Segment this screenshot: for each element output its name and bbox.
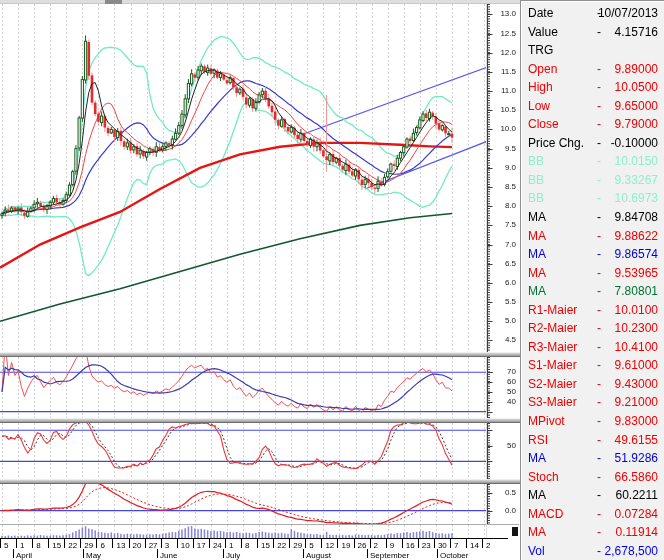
indicator-value: 10.4100 [615, 340, 658, 354]
indicator-label: BB [528, 154, 544, 168]
indicator-dash: - [597, 303, 601, 317]
indicator-dash: - [597, 229, 601, 243]
chart-canvas[interactable] [0, 0, 520, 560]
indicator-dash: - [597, 266, 601, 280]
indicator-dash: - [597, 191, 601, 205]
indicator-row: TRG [521, 41, 664, 60]
indicator-label: Open [528, 62, 557, 76]
indicator-dash: - [597, 414, 601, 428]
indicator-dash: - [597, 62, 601, 76]
indicator-dash: - [597, 358, 601, 372]
indicator-row: MA-9.53965 [521, 264, 664, 283]
indicator-dash: - [597, 321, 601, 335]
resize-handle[interactable] [512, 527, 518, 536]
indicator-row: MA-7.80801 [521, 282, 664, 301]
indicator-row: Vol-2,678,500 [521, 542, 664, 560]
indicator-value: 9.79000 [615, 117, 658, 131]
indicator-label: Date [528, 6, 553, 20]
indicator-label: MA [528, 284, 546, 298]
indicator-value: 9.21000 [615, 395, 658, 409]
indicator-label: S2-Maier [528, 377, 577, 391]
horizontal-scrollbar[interactable] [0, 0, 520, 4]
indicator-label: BB [528, 191, 544, 205]
indicator-label: Price Chg. [528, 136, 584, 150]
indicator-value: 9.88622 [615, 229, 658, 243]
indicator-dash: - [597, 451, 601, 465]
indicator-label: BB [528, 173, 544, 187]
indicator-dash: - [597, 136, 601, 150]
trading-app-window: { "data_panel": { "colors": {"black":"#0… [0, 0, 664, 560]
indicator-dash: - [597, 488, 601, 502]
indicator-value: 4.15716 [615, 25, 658, 39]
indicator-row: MA-0.11914 [521, 523, 664, 542]
indicator-label: R3-Maier [528, 340, 577, 354]
indicator-row: MACD-0.07284 [521, 505, 664, 524]
indicator-value: 9.83000 [615, 414, 658, 428]
indicator-dash: - [597, 340, 601, 354]
scrollbar-thumb[interactable] [105, 0, 122, 4]
indicator-row: MA-9.84708 [521, 208, 664, 227]
indicator-value: 9.86574 [615, 247, 658, 261]
indicator-row: MA-9.86574 [521, 245, 664, 264]
indicator-row: S3-Maier-9.21000 [521, 393, 664, 412]
indicator-panel: Date-10/07/2013Value-4.15716TRGOpen-9.89… [520, 0, 664, 560]
indicator-dash: - [597, 117, 601, 131]
indicator-label: Value [528, 25, 558, 39]
indicator-row: MPivot-9.83000 [521, 412, 664, 431]
indicator-label: High [528, 80, 553, 94]
indicator-label: MA [528, 266, 546, 280]
indicator-value: 9.53965 [615, 266, 658, 280]
indicator-dash: - [597, 80, 601, 94]
indicator-row: S2-Maier-9.43000 [521, 375, 664, 394]
panel-separator[interactable] [0, 418, 520, 423]
indicator-label: MA [528, 488, 546, 502]
indicator-value: 10.0150 [615, 154, 658, 168]
indicator-value: 66.5860 [615, 470, 658, 484]
indicator-value: 9.33267 [615, 173, 658, 187]
indicator-dash: - [597, 154, 601, 168]
indicator-label: MA [528, 451, 546, 465]
indicator-row: BB-10.0150 [521, 152, 664, 171]
indicator-dash: - [597, 284, 601, 298]
indicator-row: R1-Maier-10.0100 [521, 301, 664, 320]
indicator-label: Low [528, 99, 550, 113]
indicator-row: Close-9.79000 [521, 115, 664, 134]
indicator-row: Open-9.89000 [521, 60, 664, 79]
indicator-value: 0.11914 [616, 525, 659, 539]
indicator-dash: - [597, 247, 601, 261]
indicator-value: 9.89000 [615, 62, 658, 76]
indicator-value: 60.2211 [616, 488, 659, 502]
indicator-row: High-10.0500 [521, 78, 664, 97]
indicator-value: 9.65000 [615, 99, 658, 113]
indicator-row: S1-Maier-9.61000 [521, 356, 664, 375]
indicator-row: R2-Maier-10.2300 [521, 319, 664, 338]
indicator-value: 10.0100 [615, 303, 658, 317]
indicator-value: 10.2300 [615, 321, 658, 335]
indicator-row: MA-9.88622 [521, 227, 664, 246]
indicator-value: 10.6973 [615, 191, 658, 205]
indicator-row: MA-51.9286 [521, 449, 664, 468]
indicator-value: 51.9286 [615, 451, 658, 465]
indicator-row: Value-4.15716 [521, 23, 664, 42]
indicator-row: MA-60.2211 [521, 486, 664, 505]
indicator-label: R2-Maier [528, 321, 577, 335]
indicator-value: 2,678,500 [605, 544, 658, 558]
indicator-label: MA [528, 247, 546, 261]
indicator-row: BB-9.33267 [521, 171, 664, 190]
panel-separator[interactable] [0, 352, 520, 357]
indicator-value: 9.43000 [615, 377, 658, 391]
panel-separator[interactable] [0, 479, 520, 484]
indicator-value: 9.84708 [615, 210, 658, 224]
indicator-value: 9.61000 [615, 358, 658, 372]
indicator-label: MA [528, 229, 546, 243]
indicator-label: Stoch [528, 470, 559, 484]
indicator-label: MACD [528, 507, 563, 521]
indicator-dash: - [597, 395, 601, 409]
indicator-row: Stoch-66.5860 [521, 468, 664, 487]
indicator-row: Date-10/07/2013 [521, 4, 664, 23]
indicator-row: BB-10.6973 [521, 189, 664, 208]
indicator-label: S3-Maier [528, 395, 577, 409]
indicator-label: RSI [528, 433, 548, 447]
indicator-label: MPivot [528, 414, 565, 428]
indicator-dash: - [597, 525, 601, 539]
